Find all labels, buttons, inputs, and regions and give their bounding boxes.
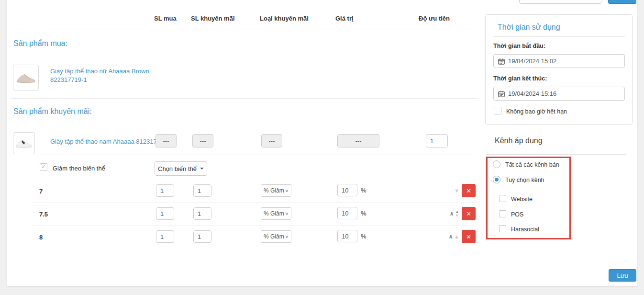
never-expire-label[interactable]: Không bao giờ hết hạn — [506, 108, 567, 115]
column-header-priority: Độ ưu tiên — [419, 15, 450, 22]
row-divider — [39, 155, 477, 155]
select-chevron-icon: ∨ — [285, 211, 289, 216]
promo-section-title: Sản phẩm khuyến mãi: — [13, 107, 92, 116]
channel-divider — [486, 154, 626, 155]
move-up-chevron-icon[interactable]: ∧ — [448, 234, 453, 239]
select-chevron-icon: ∨ — [285, 188, 289, 193]
variant2-delete-button[interactable]: ✕ — [462, 207, 476, 220]
variant2-move-controls[interactable]: ∧ ▲ ▼ — [443, 207, 459, 220]
variant-discount-checkbox[interactable]: ✓ — [40, 163, 47, 171]
radio-all-channels-label[interactable]: Tất cả các kênh bán — [505, 161, 559, 168]
move-up-icon[interactable]: ▲ — [454, 234, 459, 239]
end-time-value: 19/04/2024 15:16 — [508, 90, 556, 97]
variant-label: 7 — [39, 188, 43, 195]
priority-input[interactable] — [426, 134, 448, 148]
column-header-promo-type: Loại khuyến mãi — [260, 15, 309, 22]
save-button-label: Lưu — [617, 272, 628, 279]
variant1-promo-type-select[interactable]: % Giảm ∨ — [261, 184, 291, 197]
channel-pos-checkbox[interactable] — [499, 210, 506, 217]
save-button[interactable]: Lưu — [609, 269, 636, 282]
channel-website-checkbox[interactable] — [499, 195, 506, 202]
radio-custom-channels-label[interactable]: Tuỳ chọn kênh — [505, 177, 544, 183]
variant2-promo-type-select[interactable]: % Giảm ∨ — [261, 207, 291, 220]
promo-product-image — [13, 132, 35, 154]
variant2-promo-type-value: % Giảm — [264, 210, 284, 217]
variant1-value-input[interactable] — [337, 184, 357, 196]
choose-variant-button[interactable]: Chọn biến thể — [155, 161, 207, 176]
top-action-button[interactable] — [608, 0, 636, 4]
channel-harasocial-checkbox[interactable] — [499, 225, 506, 232]
variant3-delete-button[interactable]: ✕ — [462, 230, 476, 243]
variant-divider — [31, 203, 477, 203]
variant-discount-label[interactable]: Giảm theo biến thể — [53, 165, 105, 172]
start-time-value: 19/04/2024 15:02 — [508, 57, 556, 65]
buy-product-name[interactable]: Giày tập thể thao nữ Ahaaaa Brown — [50, 67, 149, 76]
choose-variant-label: Chọn biến thể — [158, 165, 197, 172]
column-header-value: Giá trị — [335, 15, 354, 22]
calendar-icon — [498, 58, 505, 65]
section-divider — [12, 98, 477, 99]
variant1-promo-type-value: % Giảm — [264, 187, 284, 194]
variant1-qty-buy-input[interactable] — [156, 184, 174, 197]
variant-label: 8 — [39, 234, 43, 241]
variant2-unit-label: % — [361, 210, 366, 217]
delete-x-icon: ✕ — [466, 187, 471, 194]
variant3-qty-promo-input[interactable] — [193, 230, 211, 243]
promo-value-disabled — [337, 134, 379, 148]
calendar-icon — [498, 91, 505, 97]
start-time-input[interactable]: 19/04/2024 15:02 — [493, 54, 625, 68]
variant1-delete-button[interactable]: ✕ — [462, 184, 476, 197]
shoe-image-white — [15, 137, 33, 149]
channel-panel-title: Kênh áp dụng — [495, 136, 543, 145]
radio-custom-channels[interactable] — [493, 176, 500, 183]
promo-type-disabled — [261, 134, 282, 148]
promo-qty-buy-disabled — [155, 134, 177, 148]
promo-qty-promo-disabled — [192, 134, 213, 148]
buy-product-image — [13, 65, 39, 91]
check-icon: ✓ — [41, 163, 46, 170]
time-panel-divider — [493, 36, 625, 37]
buy-product-link[interactable]: Giày tập thể thao nữ Ahaaaa Brown 822317… — [50, 67, 149, 84]
buy-section-title: Sản phẩm mua: — [13, 39, 67, 48]
radio-all-channels[interactable] — [493, 160, 500, 168]
shoe-image-brown — [15, 70, 36, 85]
variant3-value-input[interactable] — [337, 230, 357, 242]
buy-product-sku[interactable]: 822317719-1 — [50, 76, 149, 84]
top-divider — [12, 5, 636, 5]
select-chevron-icon: ∨ — [285, 234, 289, 239]
channel-pos-label[interactable]: POS — [511, 211, 523, 218]
start-time-label: Thời gian bắt đầu: — [493, 43, 545, 49]
variant3-unit-label: % — [361, 233, 366, 240]
variant1-qty-promo-input[interactable] — [193, 184, 211, 197]
column-header-qty-buy: SL mua — [154, 15, 177, 22]
variant2-qty-promo-input[interactable] — [193, 207, 211, 220]
variant-label: 7.5 — [39, 211, 48, 218]
delete-x-icon: ✕ — [466, 210, 471, 217]
variant2-value-input[interactable] — [337, 207, 357, 219]
variant3-qty-buy-input[interactable] — [156, 230, 174, 243]
variant3-move-controls[interactable]: ∧ ▲ — [443, 230, 459, 243]
channel-harasocial-label[interactable]: Harasocial — [511, 226, 539, 233]
top-search-input[interactable] — [519, 0, 601, 4]
channel-website-label[interactable]: Website — [511, 196, 533, 203]
promo-product-link[interactable]: Giày tập thể thao nam Ahaaaa 812317713-3 — [50, 137, 173, 146]
move-up-chevron-icon[interactable]: ∧ — [449, 211, 454, 216]
promotion-edit-page: SL mua SL khuyến mãi Loại khuyến mãi Giá… — [0, 0, 644, 295]
variant2-qty-buy-input[interactable] — [156, 207, 174, 220]
move-down-icon[interactable]: ▼ — [455, 214, 459, 217]
header-divider — [12, 30, 477, 30]
never-expire-checkbox[interactable] — [494, 107, 501, 114]
variant1-unit-label: % — [361, 187, 366, 194]
variant1-move-controls[interactable]: ▼ — [443, 184, 459, 197]
promo-product-name[interactable]: Giày tập thể thao nam Ahaaaa 812317713-3 — [50, 137, 173, 146]
variant3-promo-type-value: % Giảm — [264, 233, 284, 240]
delete-x-icon: ✕ — [466, 233, 471, 240]
column-header-qty-promo: SL khuyến mãi — [191, 15, 235, 22]
time-panel-title: Thời gian sử dụng — [498, 23, 560, 32]
end-time-label: Thời gian kết thúc: — [493, 75, 547, 82]
end-time-input[interactable]: 19/04/2024 15:16 — [493, 87, 625, 101]
move-down-icon[interactable]: ▼ — [454, 188, 459, 193]
variant-divider — [31, 226, 477, 226]
caret-down-icon — [200, 168, 204, 170]
variant3-promo-type-select[interactable]: % Giảm ∨ — [261, 230, 291, 243]
